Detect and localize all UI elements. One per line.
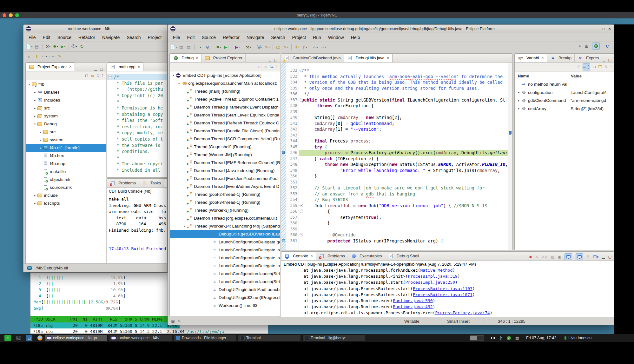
security-icon[interactable]: ✔ <box>507 336 511 340</box>
window-maximize-icon[interactable]: □ <box>603 27 605 31</box>
back-icon[interactable]: ⇦▾ <box>312 43 320 50</box>
menu-edit[interactable]: Edit <box>187 35 195 40</box>
cpp-perspective-button[interactable]: C <box>604 43 611 50</box>
project-tree-item[interactable]: ▸ldscripts <box>26 199 106 207</box>
build-icon[interactable]: ⚒▾ <box>245 43 252 50</box>
taskbar-terminal-icon[interactable]: >_ <box>15 335 22 341</box>
forward-icon[interactable]: ⇨▾ <box>320 43 327 50</box>
project-tree-item[interactable]: ▸system <box>26 112 106 120</box>
project-tree-item[interactable]: makefile <box>26 168 106 175</box>
project-tree-item[interactable]: f4b.hex <box>26 152 106 160</box>
tab-variables[interactable]: (x)= Variabl✕ <box>515 54 547 62</box>
debug-tree-item[interactable]: ⚙▶Daemon Thread [Framework Event Dispatc… <box>170 103 280 111</box>
debug-tree-item[interactable]: ≡LaunchConfiguration.launch(String, IPro… <box>170 278 280 286</box>
tree-expand-icon[interactable]: ▸ <box>33 194 37 197</box>
menu-navigate[interactable]: Navigate <box>102 35 120 40</box>
code-line[interactable]: // an answer from a gdb that is hanging <box>299 191 508 197</box>
maximize-view-icon[interactable]: ▢ <box>608 58 611 62</box>
close-icon[interactable]: ✕ <box>69 65 71 69</box>
tab-debug[interactable]: Debug✕ <box>170 54 202 62</box>
code-line[interactable] <box>299 132 508 138</box>
build-icon[interactable]: ⚒▾ <box>44 43 52 50</box>
next-annotation-icon[interactable]: ⬇▾ <box>293 43 301 50</box>
menu-help[interactable]: Help <box>351 35 360 40</box>
taskbar-user[interactable]: Liviu Ionescu <box>565 336 591 340</box>
code-line[interactable]: process = ProcessFactory.getFactory().ex… <box>299 150 508 156</box>
project-tree-item[interactable]: ▸system <box>26 136 106 144</box>
terminate-icon[interactable]: ■ <box>529 255 532 259</box>
debug-tree-item[interactable]: ⚙▶Thread [Gogo shell] (Running) <box>170 143 280 151</box>
launch-config-icon[interactable]: ◑ <box>196 43 204 50</box>
scroll-lock-icon[interactable]: ▣ <box>558 255 561 259</box>
project-tree-item[interactable]: objects.mk <box>26 175 106 183</box>
tree-expand-icon[interactable]: ▸ <box>38 138 43 142</box>
debug-tree-item[interactable]: ≡LaunchConfigurationDelegate.launchDeb <box>170 246 280 254</box>
debug-tree-item[interactable]: ⚙▶Daemon Thread [SCR Component Actor] (R… <box>170 135 280 143</box>
overview-annotation[interactable] <box>509 131 512 135</box>
close-icon[interactable]: ✕ <box>138 65 140 69</box>
debug-icon[interactable]: ✹▾ <box>215 43 222 50</box>
tree-collapse-icon[interactable]: ▾ <box>27 83 31 86</box>
debug-tree-item[interactable]: ⚙▶Daemon Thread [Start Level: Equinox Co… <box>170 111 280 119</box>
pencil-icon[interactable]: ✎▾ <box>282 43 290 50</box>
variable-row[interactable]: ▸configurationLaunchConfigurati̸ <box>515 89 614 97</box>
tab-executables[interactable]: Executables <box>348 252 385 260</box>
window-close-icon[interactable]: ✕ <box>608 27 611 31</box>
menu-source[interactable]: Source <box>57 35 71 40</box>
maximize-view-icon[interactable]: ▢ <box>274 58 277 62</box>
save-icon[interactable]: ▤ <box>177 43 185 50</box>
collapse-all-icon[interactable]: ⊟ <box>593 65 596 69</box>
tab-tasks[interactable]: Tasks <box>139 179 164 187</box>
debug-tree-item[interactable]: ⚙▶Daemon Thread [EMF Reference Cleaner] … <box>170 159 280 167</box>
project-tree-item[interactable]: ▸src <box>26 104 106 112</box>
code-line[interactable]: protected IStatus run(IProgressMonitor a… <box>299 238 508 244</box>
stack-trace-link[interactable]: ProcessImpl.java:250 <box>406 280 455 285</box>
tab-breakpoints[interactable]: ●● Breakp <box>547 54 575 62</box>
edit-icon[interactable]: ✎ <box>605 65 608 69</box>
new-view-icon[interactable]: 🗔 <box>598 65 602 69</box>
code-line[interactable]: public static String getGDBVersion(final… <box>299 97 508 103</box>
chevron-down-icon[interactable]: ▾ <box>227 46 228 49</box>
import-icon[interactable]: 🗁 <box>274 43 282 50</box>
project-tree-item[interactable]: ▸src <box>26 128 106 136</box>
workspace-pager[interactable] <box>470 335 484 341</box>
tab-main-cpp[interactable]: main.cpp✕ <box>107 63 143 71</box>
project-tree-item[interactable]: ▸Includes <box>26 96 106 104</box>
code-line[interactable]: setSystem(true); <box>299 215 508 221</box>
tab-console[interactable]: Co <box>164 179 168 187</box>
chevron-down-icon[interactable]: ▾ <box>287 46 288 49</box>
cpp-code-line[interactable]: * Copyright (c) 20 <box>114 93 168 99</box>
collapse-all-icon[interactable]: ⊟ <box>85 74 88 78</box>
tree-expand-icon[interactable]: ▸ <box>33 202 37 205</box>
debug-tree-item[interactable]: ≡Worker.run() line: 63 <box>170 301 280 309</box>
chevron-down-icon[interactable]: ▾ <box>268 46 270 49</box>
tab-problems[interactable]: Problems <box>107 179 139 187</box>
remove-terminated-icon[interactable]: ✕ <box>264 65 267 69</box>
chevron-down-icon[interactable]: ▾ <box>76 45 77 48</box>
taskbar-files-icon[interactable]: ▤ <box>26 335 32 341</box>
variables-col-value[interactable]: Value <box>568 72 582 80</box>
tree-collapse-icon[interactable]: ▾ <box>182 225 187 228</box>
debug-tree-item[interactable]: ≡DebugUIPlugin.buildAndLaunch(ILaunch <box>170 286 280 294</box>
editor-left-ruler[interactable] <box>281 63 286 250</box>
tree-collapse-icon[interactable]: ▾ <box>171 74 175 77</box>
debug-icon[interactable]: ✹▾ <box>52 43 59 50</box>
tab-debugutils-java[interactable]: JDebugUtils.java✕ <box>344 54 393 62</box>
new-c-file-icon[interactable]: ⓒ▾ <box>70 43 78 50</box>
cpp-code-line[interactable]: * files (the "Soft <box>114 117 168 123</box>
stack-trace-link[interactable]: Native Method <box>420 268 452 273</box>
tree-expand-icon[interactable]: ▸ <box>517 99 521 102</box>
debug-tree-item[interactable]: ▾⚙⚙org.eclipse.equinox.launcher.Main at … <box>170 79 280 87</box>
menu-edit[interactable]: Edit <box>43 35 50 40</box>
pin-console-icon[interactable]: ⇱ <box>587 255 590 259</box>
fold-collapse-icon[interactable]: – <box>300 98 303 102</box>
close-icon[interactable]: ✕ <box>310 254 313 258</box>
menu-file[interactable]: File <box>29 35 36 40</box>
menu-search[interactable]: Search <box>127 35 141 40</box>
chevron-down-icon[interactable]: ▾ <box>317 46 318 49</box>
maximize-view-icon[interactable]: ▢ <box>100 67 103 71</box>
chevron-down-icon[interactable]: ▾ <box>64 45 65 48</box>
cpp-code-line[interactable]: * conditions: <box>114 149 168 155</box>
tab-expressions[interactable]: fx Expres <box>575 54 602 62</box>
tab-console[interactable]: Console✕ <box>281 252 316 260</box>
